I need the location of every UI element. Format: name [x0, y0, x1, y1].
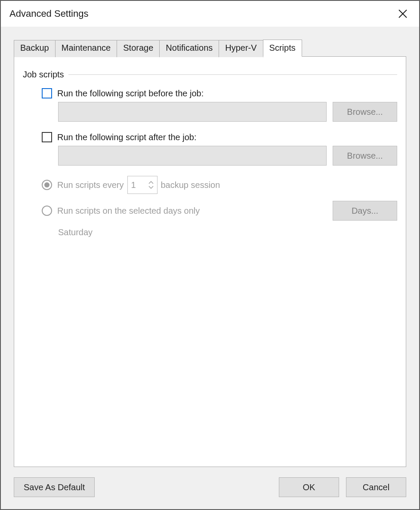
run-selected-days-radio[interactable] [42, 206, 52, 216]
after-job-input-row: Browse... [23, 146, 397, 166]
cancel-button[interactable]: Cancel [346, 477, 406, 497]
run-every-row: Run scripts every 1 backup session [23, 176, 397, 194]
run-selected-days-row: Run scripts on the selected days only Da… [23, 201, 397, 221]
tab-maintenance[interactable]: Maintenance [55, 40, 117, 57]
run-every-prefix: Run scripts every [57, 180, 124, 190]
run-every-radio[interactable] [42, 180, 52, 190]
close-icon [398, 9, 408, 19]
after-job-script-path[interactable] [58, 146, 327, 166]
after-job-label: Run the following script after the job: [57, 132, 197, 142]
title-bar: Advanced Settings [1, 1, 419, 27]
selected-days-text: Saturday [23, 227, 397, 237]
save-as-default-button[interactable]: Save As Default [14, 477, 95, 497]
before-job-checkbox[interactable] [42, 88, 52, 98]
close-button[interactable] [394, 5, 411, 22]
chevron-up-icon [148, 181, 154, 184]
group-job-scripts: Job scripts [23, 70, 397, 80]
tab-backup[interactable]: Backup [14, 40, 56, 57]
after-job-row: Run the following script after the job: [23, 132, 397, 142]
tab-scripts[interactable]: Scripts [263, 40, 302, 57]
run-every-count-spinner[interactable]: 1 [127, 176, 158, 194]
group-divider [68, 74, 397, 75]
dialog-title: Advanced Settings [9, 8, 394, 19]
dialog-footer: Save As Default OK Cancel [14, 467, 406, 501]
tab-strip: Backup Maintenance Storage Notifications… [14, 40, 406, 57]
after-job-browse-button[interactable]: Browse... [333, 146, 397, 166]
chevron-down-icon [148, 185, 154, 189]
scripts-panel: Job scripts Run the following script bef… [14, 56, 406, 467]
ok-button[interactable]: OK [279, 477, 339, 497]
after-job-checkbox[interactable] [42, 132, 52, 142]
before-job-row: Run the following script before the job: [23, 88, 397, 98]
client-area: Backup Maintenance Storage Notifications… [1, 27, 419, 509]
tab-notifications[interactable]: Notifications [159, 40, 219, 57]
group-title: Job scripts [23, 70, 64, 80]
radio-dot-icon [44, 182, 49, 187]
days-button[interactable]: Days... [333, 201, 397, 221]
tab-hyper-v[interactable]: Hyper-V [219, 40, 263, 57]
before-job-input-row: Browse... [23, 102, 397, 122]
advanced-settings-dialog: Advanced Settings Backup Maintenance Sto… [0, 0, 420, 510]
run-every-value: 1 [128, 180, 145, 190]
before-job-browse-button[interactable]: Browse... [333, 102, 397, 122]
run-selected-days-label: Run scripts on the selected days only [57, 206, 200, 216]
spinner-arrows [145, 176, 157, 194]
tab-storage[interactable]: Storage [117, 40, 160, 57]
run-every-suffix: backup session [161, 180, 220, 190]
before-job-label: Run the following script before the job: [57, 89, 204, 98]
before-job-script-path[interactable] [58, 102, 327, 122]
